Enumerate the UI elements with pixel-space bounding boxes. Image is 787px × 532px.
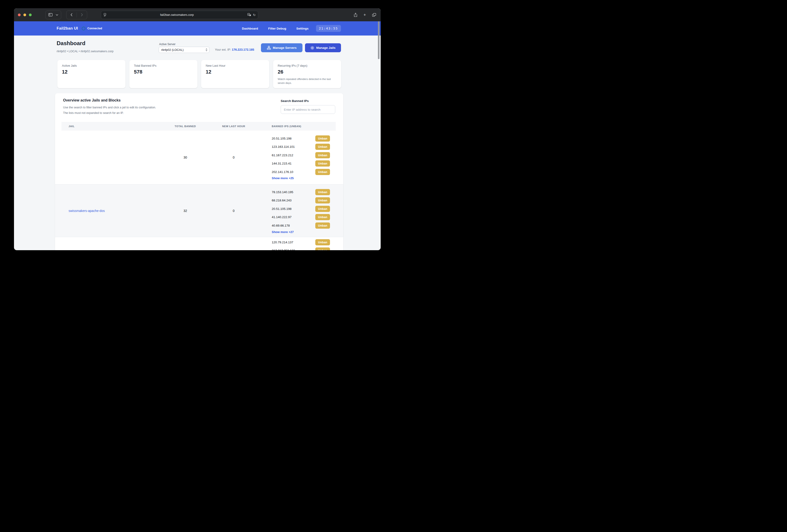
close-window-button[interactable] <box>18 14 21 16</box>
nav-link-settings[interactable]: Settings <box>296 27 309 30</box>
page-content: Dashboard rlinfp02 • LOCAL • rlinfp02.sw… <box>14 36 381 250</box>
nav-link-filter-debug[interactable]: Filter Debug <box>268 27 286 30</box>
new-tab-icon[interactable]: + <box>363 13 366 17</box>
address-bar[interactable]: fail2ban.swissmakers.corp A ↻ <box>101 11 258 19</box>
list-item: 41.140.222.97 Unban <box>272 213 330 222</box>
tab-overview-icon[interactable] <box>372 13 376 17</box>
unban-button[interactable]: Unban <box>315 143 330 150</box>
external-ip: Your ext. IP: 176.223.172.185 <box>215 48 254 51</box>
unban-button[interactable]: Unban <box>315 206 330 212</box>
gear-icon <box>311 46 314 50</box>
unban-button[interactable]: Unban <box>315 152 330 158</box>
minimize-window-button[interactable] <box>23 14 26 16</box>
banned-ip: 123.163.114.101 <box>272 145 295 149</box>
manage-servers-button[interactable]: Manage Servers <box>261 43 302 52</box>
jail-link-swissmakers-apache-dos[interactable]: swissmakers-apache-dos <box>68 209 105 213</box>
cell-new-last-hour: 0 <box>233 209 235 213</box>
reload-icon[interactable]: ↻ <box>253 13 256 17</box>
stat-card-recurring-ips: Recurring IPs (7 days) 26 Watch repeated… <box>273 60 341 88</box>
stat-value: 578 <box>134 69 193 75</box>
external-ip-label: Your ext. IP: <box>215 48 231 51</box>
unban-button[interactable]: Unban <box>315 135 330 141</box>
stat-value: 12 <box>206 69 264 75</box>
external-ip-value: 176.223.172.185 <box>232 48 254 51</box>
clock-badge: 21:43:55 <box>316 25 341 32</box>
banned-ip: 202.141.176.10 <box>272 170 293 174</box>
table-header: JAIL TOTAL BANNED NEW LAST HOUR BANNED I… <box>61 122 336 131</box>
nav-link-dashboard[interactable]: Dashboard <box>242 27 258 30</box>
unban-button[interactable]: Unban <box>315 222 330 229</box>
sidebar-controls <box>45 10 61 19</box>
table-row: 30 0 20.51.105.198 Unban 123.163.114.101… <box>55 131 343 184</box>
reader-icon[interactable] <box>103 13 106 17</box>
col-header-banned-ips: BANNED IPS (UNBAN) <box>272 125 301 128</box>
list-item: 217.217.252.132 Unban <box>272 246 330 250</box>
stat-value: 12 <box>62 69 121 75</box>
stat-label: New Last Hour <box>206 64 264 67</box>
overview-title: Overview active Jails and Blocks <box>63 98 121 103</box>
banned-ip: 144.31.215.41 <box>272 162 292 165</box>
list-item: 78.153.140.195 Unban <box>272 188 330 196</box>
banned-ip-list: 120.79.214.137 Unban 217.217.252.132 Unb… <box>272 238 330 250</box>
manage-servers-label: Manage Servers <box>273 46 297 49</box>
active-server-label: Active Server <box>159 43 175 46</box>
active-server-select[interactable]: rlinfp02 (LOCAL) <box>159 47 209 53</box>
stat-note: Watch repeated offenders detected in the… <box>278 77 337 85</box>
connection-status-label: Connected <box>87 27 102 30</box>
history-nav <box>66 10 87 19</box>
table-row: swissmakers-apache-dos 32 0 78.153.140.1… <box>55 184 343 237</box>
unban-button[interactable]: Unban <box>315 239 330 245</box>
show-more-link[interactable]: Show more +25 <box>272 176 294 180</box>
unban-button[interactable]: Unban <box>315 197 330 203</box>
zoom-window-button[interactable] <box>29 14 31 16</box>
col-header-new-last-hour: NEW LAST HOUR <box>222 125 246 128</box>
stat-label: Total Banned IPs <box>134 64 193 67</box>
stat-label: Active Jails <box>62 64 121 67</box>
list-item: 68.218.64.243 Unban <box>272 196 330 205</box>
scrollbar-thumb[interactable] <box>378 21 380 59</box>
jail-rows: 30 0 20.51.105.198 Unban 123.163.114.101… <box>55 131 343 250</box>
show-more-link[interactable]: Show more +27 <box>272 230 294 234</box>
unban-button[interactable]: Unban <box>315 214 330 220</box>
banned-ip-list: 20.51.105.198 Unban 123.163.114.101 Unba… <box>272 134 330 176</box>
url-text: fail2ban.swissmakers.corp <box>106 13 248 17</box>
stat-value: 26 <box>278 69 337 75</box>
banned-ip: 61.167.223.212 <box>272 154 293 157</box>
unban-button[interactable]: Unban <box>315 247 330 250</box>
unban-button[interactable]: Unban <box>315 189 330 195</box>
unban-button[interactable]: Unban <box>315 169 330 175</box>
share-icon[interactable] <box>354 13 357 17</box>
page-title: Dashboard <box>57 40 85 46</box>
col-header-total-banned: TOTAL BANNED <box>175 125 196 128</box>
banned-ip: 120.79.214.137 <box>272 241 293 244</box>
app-brand: Fail2ban UI <box>57 26 78 31</box>
sitemap-icon <box>267 46 271 50</box>
stat-card-new-last-hour: New Last Hour 12 <box>201 60 269 88</box>
svg-text:A: A <box>248 14 249 16</box>
overview-desc-1: Use the search to filter banned IPs and … <box>63 106 156 109</box>
traffic-lights <box>14 14 31 16</box>
stat-label: Recurring IPs (7 days) <box>278 64 337 67</box>
cell-total-banned: 30 <box>184 156 187 159</box>
banned-ip: 20.51.105.198 <box>272 207 292 210</box>
sidebar-toggle-icon[interactable] <box>48 13 52 17</box>
back-button[interactable] <box>66 11 77 19</box>
list-item: 202.141.176.10 Unban <box>272 168 330 176</box>
overview-section: Overview active Jails and Blocks Use the… <box>55 93 343 250</box>
forward-button[interactable] <box>77 11 87 19</box>
unban-button[interactable]: Unban <box>315 160 330 167</box>
cell-total-banned: 32 <box>184 209 187 213</box>
manage-jails-button[interactable]: Manage Jails <box>305 43 341 52</box>
select-updown-icon <box>206 48 208 51</box>
list-item: 61.167.223.212 Unban <box>272 151 330 159</box>
page-subtitle: rlinfp02 • LOCAL • rlinfp02.swissmakers.… <box>57 50 113 53</box>
manage-jails-label: Manage Jails <box>316 46 336 49</box>
stat-card-total-banned: Total Banned IPs 578 <box>129 60 197 88</box>
list-item: 20.51.105.198 Unban <box>272 205 330 213</box>
chevron-down-icon[interactable] <box>56 14 58 16</box>
search-ip-input[interactable] <box>281 105 335 114</box>
translate-icon[interactable]: A <box>248 13 251 17</box>
col-header-jail: JAIL <box>68 125 75 128</box>
app-navbar: Fail2ban UI Connected Dashboard Filter D… <box>14 21 381 36</box>
overview-desc-2: The lists must not expanded to search fo… <box>63 111 124 115</box>
